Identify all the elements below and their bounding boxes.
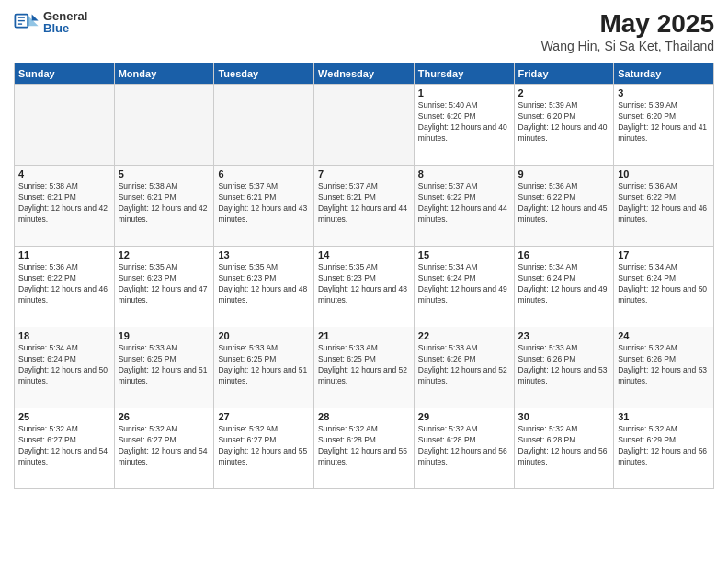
weekday-header: Tuesday [214, 63, 314, 85]
day-info: Sunrise: 5:38 AMSunset: 6:21 PMDaylight:… [119, 181, 210, 225]
calendar-cell: 16Sunrise: 5:34 AMSunset: 6:24 PMDayligh… [514, 247, 614, 327]
calendar-cell: 14Sunrise: 5:35 AMSunset: 6:23 PMDayligh… [314, 247, 415, 327]
weekday-header: Friday [514, 63, 614, 85]
day-info: Sunrise: 5:34 AMSunset: 6:24 PMDaylight:… [618, 262, 710, 306]
day-info: Sunrise: 5:33 AMSunset: 6:25 PMDaylight:… [318, 343, 410, 387]
day-info: Sunrise: 5:35 AMSunset: 6:23 PMDaylight:… [218, 262, 310, 306]
day-number: 21 [318, 330, 410, 341]
calendar-cell: 4Sunrise: 5:38 AMSunset: 6:21 PMDaylight… [15, 166, 115, 247]
calendar-cell: 8Sunrise: 5:37 AMSunset: 6:22 PMDaylight… [414, 166, 514, 247]
calendar-cell [114, 85, 214, 166]
day-info: Sunrise: 5:32 AMSunset: 6:28 PMDaylight:… [318, 424, 410, 468]
day-info: Sunrise: 5:34 AMSunset: 6:24 PMDaylight:… [518, 262, 610, 306]
calendar-cell: 24Sunrise: 5:32 AMSunset: 6:26 PMDayligh… [614, 327, 714, 408]
calendar-cell: 22Sunrise: 5:33 AMSunset: 6:26 PMDayligh… [414, 327, 514, 408]
weekday-header: Thursday [414, 63, 514, 85]
day-number: 2 [518, 87, 610, 98]
day-number: 31 [618, 411, 710, 422]
day-number: 9 [518, 168, 610, 179]
calendar-cell: 31Sunrise: 5:32 AMSunset: 6:29 PMDayligh… [614, 408, 714, 489]
calendar-week-row: 4Sunrise: 5:38 AMSunset: 6:21 PMDaylight… [15, 166, 714, 247]
day-info: Sunrise: 5:33 AMSunset: 6:25 PMDaylight:… [119, 343, 210, 387]
calendar-cell: 25Sunrise: 5:32 AMSunset: 6:27 PMDayligh… [15, 408, 115, 489]
day-number: 10 [618, 168, 710, 179]
day-number: 25 [18, 411, 110, 422]
day-info: Sunrise: 5:32 AMSunset: 6:27 PMDaylight:… [119, 424, 210, 468]
calendar-cell: 27Sunrise: 5:32 AMSunset: 6:27 PMDayligh… [214, 408, 314, 489]
day-number: 7 [318, 168, 410, 179]
calendar-cell: 18Sunrise: 5:34 AMSunset: 6:24 PMDayligh… [15, 327, 115, 408]
calendar-cell: 10Sunrise: 5:36 AMSunset: 6:22 PMDayligh… [614, 166, 714, 247]
day-number: 26 [119, 411, 210, 422]
day-number: 6 [218, 168, 310, 179]
day-info: Sunrise: 5:35 AMSunset: 6:23 PMDaylight:… [119, 262, 210, 306]
calendar-cell: 1Sunrise: 5:40 AMSunset: 6:20 PMDaylight… [414, 85, 514, 166]
day-number: 4 [18, 168, 110, 179]
day-number: 5 [119, 168, 210, 179]
calendar-week-row: 1Sunrise: 5:40 AMSunset: 6:20 PMDaylight… [15, 85, 714, 166]
calendar-cell: 13Sunrise: 5:35 AMSunset: 6:23 PMDayligh… [214, 247, 314, 327]
day-number: 12 [119, 249, 210, 260]
calendar-cell: 29Sunrise: 5:32 AMSunset: 6:28 PMDayligh… [414, 408, 514, 489]
day-info: Sunrise: 5:35 AMSunset: 6:23 PMDaylight:… [318, 262, 410, 306]
day-number: 27 [218, 411, 310, 422]
logo: General Blue [14, 9, 87, 35]
calendar-cell: 23Sunrise: 5:33 AMSunset: 6:26 PMDayligh… [514, 327, 614, 408]
day-info: Sunrise: 5:39 AMSunset: 6:20 PMDaylight:… [618, 100, 710, 144]
day-number: 22 [418, 330, 510, 341]
weekday-header: Wednesday [314, 63, 415, 85]
calendar-cell [15, 85, 115, 166]
calendar-cell: 7Sunrise: 5:37 AMSunset: 6:21 PMDaylight… [314, 166, 415, 247]
calendar-cell: 17Sunrise: 5:34 AMSunset: 6:24 PMDayligh… [614, 247, 714, 327]
calendar-cell: 19Sunrise: 5:33 AMSunset: 6:25 PMDayligh… [114, 327, 214, 408]
day-number: 8 [418, 168, 510, 179]
day-info: Sunrise: 5:33 AMSunset: 6:26 PMDaylight:… [518, 343, 610, 387]
day-number: 11 [18, 249, 110, 260]
day-info: Sunrise: 5:32 AMSunset: 6:27 PMDaylight:… [18, 424, 110, 468]
calendar-cell: 20Sunrise: 5:33 AMSunset: 6:25 PMDayligh… [214, 327, 314, 408]
day-info: Sunrise: 5:32 AMSunset: 6:28 PMDaylight:… [418, 424, 510, 468]
calendar-cell: 5Sunrise: 5:38 AMSunset: 6:21 PMDaylight… [114, 166, 214, 247]
day-info: Sunrise: 5:37 AMSunset: 6:21 PMDaylight:… [318, 181, 410, 225]
day-number: 23 [518, 330, 610, 341]
day-info: Sunrise: 5:39 AMSunset: 6:20 PMDaylight:… [518, 100, 610, 144]
calendar-cell: 3Sunrise: 5:39 AMSunset: 6:20 PMDaylight… [614, 85, 714, 166]
calendar-cell [214, 85, 314, 166]
day-number: 19 [119, 330, 210, 341]
day-info: Sunrise: 5:38 AMSunset: 6:21 PMDaylight:… [18, 181, 110, 225]
weekday-header: Monday [114, 63, 214, 85]
day-number: 29 [418, 411, 510, 422]
calendar-cell: 6Sunrise: 5:37 AMSunset: 6:21 PMDaylight… [214, 166, 314, 247]
calendar-table: SundayMondayTuesdayWednesdayThursdayFrid… [14, 63, 714, 489]
calendar-cell: 9Sunrise: 5:36 AMSunset: 6:22 PMDaylight… [514, 166, 614, 247]
page-container: General Blue May 2025 Wang Hin, Si Sa Ke… [0, 0, 728, 499]
day-number: 14 [318, 249, 410, 260]
calendar-cell [314, 85, 415, 166]
day-number: 28 [318, 411, 410, 422]
calendar-cell: 21Sunrise: 5:33 AMSunset: 6:25 PMDayligh… [314, 327, 415, 408]
day-info: Sunrise: 5:40 AMSunset: 6:20 PMDaylight:… [418, 100, 510, 144]
day-number: 17 [618, 249, 710, 260]
location-title: Wang Hin, Si Sa Ket, Thailand [541, 39, 714, 53]
day-info: Sunrise: 5:37 AMSunset: 6:22 PMDaylight:… [418, 181, 510, 225]
day-info: Sunrise: 5:36 AMSunset: 6:22 PMDaylight:… [618, 181, 710, 225]
calendar-cell: 11Sunrise: 5:36 AMSunset: 6:22 PMDayligh… [15, 247, 115, 327]
calendar-week-row: 25Sunrise: 5:32 AMSunset: 6:27 PMDayligh… [15, 408, 714, 489]
day-number: 16 [518, 249, 610, 260]
calendar-cell: 2Sunrise: 5:39 AMSunset: 6:20 PMDaylight… [514, 85, 614, 166]
calendar-week-row: 18Sunrise: 5:34 AMSunset: 6:24 PMDayligh… [15, 327, 714, 408]
day-info: Sunrise: 5:34 AMSunset: 6:24 PMDaylight:… [418, 262, 510, 306]
day-number: 13 [218, 249, 310, 260]
calendar-cell: 12Sunrise: 5:35 AMSunset: 6:23 PMDayligh… [114, 247, 214, 327]
calendar-cell: 28Sunrise: 5:32 AMSunset: 6:28 PMDayligh… [314, 408, 415, 489]
day-info: Sunrise: 5:32 AMSunset: 6:29 PMDaylight:… [618, 424, 710, 468]
weekday-header: Sunday [15, 63, 115, 85]
calendar-week-row: 11Sunrise: 5:36 AMSunset: 6:22 PMDayligh… [15, 247, 714, 327]
logo-blue-text: Blue [43, 22, 87, 34]
calendar-cell: 15Sunrise: 5:34 AMSunset: 6:24 PMDayligh… [414, 247, 514, 327]
calendar-cell: 30Sunrise: 5:32 AMSunset: 6:28 PMDayligh… [514, 408, 614, 489]
day-info: Sunrise: 5:33 AMSunset: 6:26 PMDaylight:… [418, 343, 510, 387]
weekday-header: Saturday [614, 63, 714, 85]
day-info: Sunrise: 5:33 AMSunset: 6:25 PMDaylight:… [218, 343, 310, 387]
day-info: Sunrise: 5:32 AMSunset: 6:26 PMDaylight:… [618, 343, 710, 387]
